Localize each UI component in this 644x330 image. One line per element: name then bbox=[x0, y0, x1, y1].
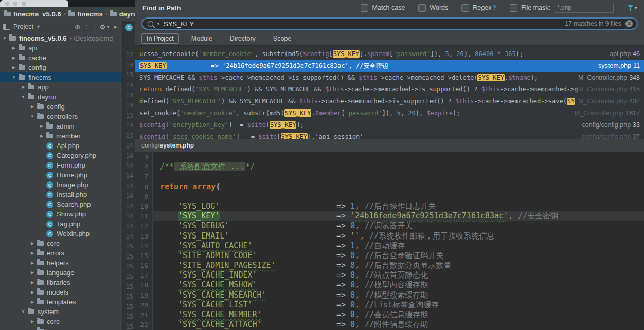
tree-expand-icon[interactable]: ▶ bbox=[30, 270, 35, 275]
regex-option[interactable]: Regex ? bbox=[461, 4, 496, 12]
tree-item-app[interactable]: ▶app bbox=[0, 82, 122, 92]
code-line-4[interactable]: /** 系统配置文件 ...*/ bbox=[153, 162, 644, 172]
tree-item-helpers[interactable]: ▶helpers bbox=[0, 258, 122, 268]
breadcrumb-item-dayrui[interactable]: dayrui bbox=[110, 10, 135, 18]
file-mask-option[interactable]: File mask: bbox=[510, 3, 614, 13]
code-line-14[interactable]: 'SYS_AUTO_CACHE'=> 1,//自动缓存 bbox=[153, 241, 644, 251]
code-line-20[interactable]: 'SYS_CACHE_LIST'=> 0,//List标签查询缓存 bbox=[153, 300, 644, 310]
file-mask-input[interactable] bbox=[554, 3, 614, 13]
tree-expand-icon[interactable]: ▼ bbox=[21, 309, 26, 314]
folded-region[interactable]: 系统配置文件 ... bbox=[174, 162, 245, 171]
tree-item-member[interactable]: ▶member bbox=[0, 131, 122, 141]
close-window-button[interactable] bbox=[5, 2, 9, 6]
tree-expand-icon[interactable]: ▼ bbox=[2, 36, 7, 41]
search-input[interactable] bbox=[163, 20, 565, 28]
chevron-down-icon[interactable]: ▼ bbox=[36, 24, 41, 29]
tree-item-errors[interactable]: ▶errors bbox=[0, 248, 122, 258]
scope-tab-module[interactable]: Module bbox=[186, 33, 218, 44]
tree-item-config[interactable]: ▶config bbox=[0, 102, 122, 112]
tree-item-Install.php[interactable]: CInstall.php bbox=[0, 190, 122, 199]
tree-item-controllers[interactable]: ▼controllers bbox=[0, 112, 122, 121]
code-line-9[interactable] bbox=[153, 192, 644, 201]
filter-control[interactable]: ▾ bbox=[627, 5, 637, 11]
filter-icon[interactable] bbox=[627, 5, 634, 11]
tree-expand-icon[interactable]: ▶ bbox=[30, 241, 35, 246]
tree-expand-icon[interactable]: ▶ bbox=[11, 56, 16, 60]
breadcrumb-item-finecms[interactable]: finecms bbox=[68, 10, 103, 18]
tree-item-libraries[interactable]: ▶libraries bbox=[0, 278, 122, 287]
tree-expand-icon[interactable]: ▶ bbox=[30, 290, 35, 295]
tree-expand-icon[interactable]: ▶ bbox=[11, 46, 16, 50]
tree-item-core[interactable]: ▶core bbox=[0, 317, 122, 326]
tree-expand-icon[interactable]: ▶ bbox=[39, 124, 44, 129]
code-line-7[interactable] bbox=[153, 172, 644, 181]
tree-expand-icon[interactable]: ▶ bbox=[30, 251, 35, 255]
tree-expand-icon[interactable]: ▼ bbox=[21, 95, 26, 99]
regex-help-icon[interactable]: ? bbox=[492, 4, 496, 11]
code-line-18[interactable]: 'SYS_CACHE_MSHOW'=> 0,//模型内容缓存期 bbox=[153, 280, 644, 290]
tree-item-admin[interactable]: ▶admin bbox=[0, 121, 122, 131]
file-mask-checkbox[interactable] bbox=[510, 4, 517, 12]
result-row-M_Controller.php-432[interactable]: defined('SYS_MEMCACHE') && SYS_MEMCACHE … bbox=[135, 96, 644, 107]
search-field[interactable]: ▾ 17 matches in 9 files ✕ bbox=[141, 17, 638, 30]
chevron-down-icon[interactable]: ▾ bbox=[635, 6, 637, 10]
tree-item-Weixin.php[interactable]: CWeixin.php bbox=[0, 229, 122, 239]
minimize-window-button[interactable] bbox=[13, 2, 17, 6]
tree-item-Image.php[interactable]: CImage.php bbox=[0, 180, 122, 190]
code-line-10[interactable]: 'SYS_LOG'=> 1,//后台操作日志开关 bbox=[153, 201, 644, 211]
scope-tab-scope[interactable]: Scope bbox=[268, 33, 296, 44]
result-row-M_Controller.php-348[interactable]: SYS_MEMCACHE && $this->cache->memcached-… bbox=[135, 72, 644, 84]
tree-expand-icon[interactable]: ▼ bbox=[30, 114, 35, 119]
tree-item-system[interactable]: ▼system bbox=[0, 307, 122, 317]
regex-checkbox[interactable] bbox=[461, 4, 469, 12]
match-case-option[interactable]: Match case bbox=[361, 4, 405, 12]
locate-icon[interactable]: ⊕ bbox=[75, 24, 80, 30]
tree-item-templates[interactable]: ▶templates bbox=[0, 297, 122, 307]
tree-expand-icon[interactable]: ▶ bbox=[30, 319, 35, 324]
tree-expand-icon[interactable]: ▶ bbox=[30, 104, 35, 109]
code-line-15[interactable]: 'SITE_ADMIN_CODE'=> 0,//后台登录验证码开关 bbox=[153, 251, 644, 261]
result-row-M_Controller.php-415[interactable]: return defined('SYS_MEMCACHE') && SYS_ME… bbox=[135, 84, 644, 96]
result-row-config/config.php-37[interactable]: $config['sess_cookie_name'] = $site[SYS_… bbox=[135, 131, 644, 139]
tree-item-Home.php[interactable]: CHome.php bbox=[0, 170, 122, 180]
code-line-16[interactable]: 'SITE_ADMIN_PAGESIZE'=> 8,//后台数据分页显示数量 bbox=[153, 261, 644, 270]
result-row-config/config.php-33[interactable]: $config['encryption_key'] = $site[SYS_KE… bbox=[135, 119, 644, 131]
tree-expand-icon[interactable]: ▶ bbox=[30, 300, 35, 304]
scope-tab-directory[interactable]: Directory bbox=[225, 33, 261, 44]
tree-item-Category.php[interactable]: CCategory.php bbox=[0, 151, 122, 160]
code-line-3[interactable] bbox=[153, 152, 644, 162]
tree-item-Show.php[interactable]: CShow.php bbox=[0, 209, 122, 219]
hide-panel-icon[interactable]: ⇤ bbox=[114, 24, 119, 30]
result-row-M_Controller.php-1617[interactable]: set_cookie('member_cookie', substr(md5(S… bbox=[135, 107, 644, 119]
tree-item-api[interactable]: ▶api bbox=[0, 43, 122, 53]
tree-item-Tag.php[interactable]: CTag.php bbox=[0, 219, 122, 229]
tree-expand-icon[interactable]: ▶ bbox=[30, 261, 35, 265]
words-option[interactable]: Words bbox=[418, 4, 448, 12]
result-row-api.php-46[interactable]: ucsso_setcookie('member_cookie', substr(… bbox=[135, 48, 644, 60]
tree-item-config[interactable]: ▶config bbox=[0, 63, 122, 72]
clear-search-icon[interactable]: ✕ bbox=[625, 20, 633, 27]
tree-expand-icon[interactable]: ▶ bbox=[30, 280, 35, 285]
tree-item-cache[interactable]: ▶cache bbox=[0, 53, 122, 63]
tree-expand-icon[interactable]: ▼ bbox=[11, 75, 16, 80]
tree-item-clipped[interactable]: ▶ bbox=[0, 326, 122, 330]
scope-tab-in-project[interactable]: In Project bbox=[141, 33, 179, 44]
tree-item-finecms[interactable]: ▼finecms bbox=[0, 72, 122, 82]
words-checkbox[interactable] bbox=[418, 4, 426, 12]
tree-item-Form.php[interactable]: CForm.php bbox=[0, 160, 122, 170]
zoom-window-button[interactable] bbox=[22, 2, 26, 6]
match-case-checkbox[interactable] bbox=[361, 4, 368, 12]
tree-item-models[interactable]: ▶models bbox=[0, 287, 122, 297]
result-row-system.php-11[interactable]: SYS_KEY => '24b16fede9a67c9251d3e7c7161c… bbox=[135, 60, 644, 72]
breadcrumb-item-finecms_v5.0.6[interactable]: finecms_v5.0.6 bbox=[4, 10, 61, 18]
tree-item-Api.php[interactable]: CApi.php bbox=[0, 141, 122, 151]
code-line-13[interactable]: 'SYS_EMAIL'=> '',//系统收件邮箱，用于接收系统信息 bbox=[153, 231, 644, 241]
settings-icon[interactable]: ⚙ bbox=[99, 24, 105, 30]
code-line-8[interactable]: return array( bbox=[153, 182, 644, 192]
tree-expand-icon[interactable]: ▶ bbox=[39, 134, 44, 138]
search-history-icon[interactable]: ▾ bbox=[157, 22, 159, 26]
code-line-21[interactable]: 'SYS_CACHE_MEMBER'=> 0,//会员信息缓存期 bbox=[153, 310, 644, 320]
code-line-17[interactable]: 'SYS_CACHE_INDEX'=> 0,//站点首页静态化 bbox=[153, 270, 644, 280]
code-line-19[interactable]: 'SYS_CACHE_MSEARCH'=> 0,//模型搜索缓存期 bbox=[153, 290, 644, 300]
collapse-all-icon[interactable]: ÷ bbox=[85, 24, 88, 30]
